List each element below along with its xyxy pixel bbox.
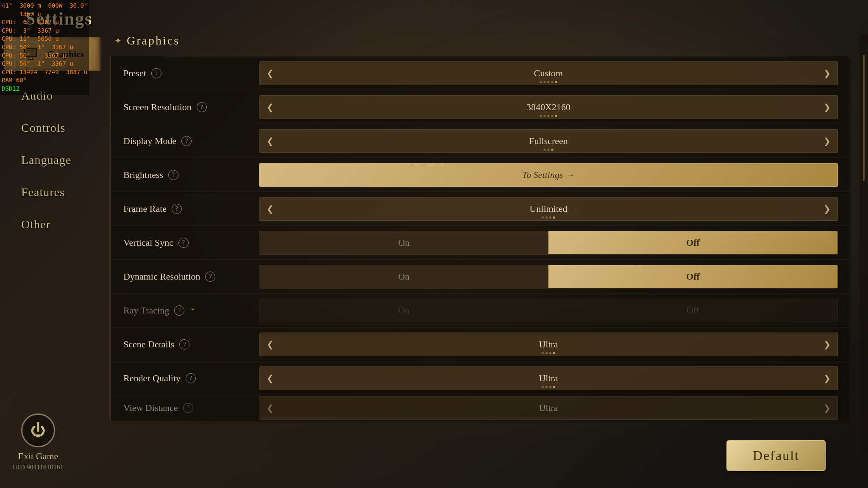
- dot-5: [555, 81, 557, 83]
- exit-label: Exit Game: [18, 451, 58, 462]
- framerate-left-arrow[interactable]: ❮: [259, 197, 281, 220]
- scrollbar-thumb[interactable]: [863, 55, 865, 181]
- preset-left-arrow[interactable]: ❮: [259, 62, 281, 85]
- setting-row-display-mode: Display Mode ? ❮ Fullscreen ❯: [111, 124, 851, 158]
- power-button[interactable]: ⏻: [21, 413, 55, 447]
- uid-label: UID 90411610161: [13, 463, 64, 471]
- brightness-help-icon[interactable]: ?: [168, 170, 178, 180]
- dot-sd3: [549, 352, 551, 354]
- preset-label: Preset ?: [123, 68, 259, 79]
- vsync-label: Vertical Sync ?: [123, 237, 259, 248]
- framerate-dots: [542, 216, 555, 219]
- render-quality-left-arrow[interactable]: ❮: [259, 367, 281, 390]
- sidebar-nav: Audio Controls Language Features Other: [0, 80, 102, 241]
- display-mode-left-arrow[interactable]: ❮: [259, 130, 281, 152]
- scene-details-help-icon[interactable]: ?: [179, 339, 189, 349]
- scrollbar[interactable]: [860, 34, 868, 454]
- dynamic-res-toggle: On Off: [259, 265, 838, 288]
- resolution-label: Screen Resolution ?: [123, 102, 259, 113]
- sidebar-item-language[interactable]: Language: [8, 144, 102, 176]
- dot-rq2: [545, 386, 548, 388]
- ray-tracing-help-icon[interactable]: ?: [174, 305, 184, 316]
- scene-details-label: Scene Details ?: [123, 339, 259, 350]
- dot-fr2: [545, 216, 548, 219]
- scene-details-selector: ❮ Ultra ❯: [259, 333, 838, 356]
- render-quality-label: Render Quality ?: [123, 373, 259, 384]
- section-header: ✦ Graphics: [110, 34, 851, 47]
- resolution-help-icon[interactable]: ?: [197, 102, 207, 112]
- setting-row-scene-details: Scene Details ? ❮ Ultra ❯: [111, 327, 851, 361]
- setting-row-dynamic-res: Dynamic Resolution ? On Off: [111, 260, 851, 294]
- framerate-right-arrow[interactable]: ❯: [816, 197, 837, 220]
- dot-fr4: [553, 216, 555, 219]
- scene-details-value: Ultra: [281, 339, 816, 350]
- ray-tracing-star: *: [191, 307, 195, 314]
- exit-section[interactable]: ⏻ Exit Game UID 90411610161: [13, 413, 64, 471]
- view-distance-right-arrow[interactable]: ❯: [816, 396, 837, 419]
- render-quality-help-icon[interactable]: ?: [186, 373, 196, 383]
- default-button[interactable]: Default: [726, 440, 826, 471]
- dot-r1: [540, 115, 542, 117]
- hud-line-cpu-7: CPU: 13424 7749 3887 u: [2, 68, 87, 77]
- view-distance-help-icon[interactable]: ?: [183, 403, 193, 413]
- dot-sd2: [545, 352, 548, 354]
- framerate-value: Unlimited: [281, 203, 816, 214]
- hud-line-cpu-6: CPU: 50° 1° 3367 u: [2, 60, 87, 68]
- framerate-help-icon[interactable]: ?: [172, 204, 182, 214]
- resolution-dots: [540, 115, 557, 117]
- ray-tracing-off-btn: Off: [548, 299, 837, 322]
- ray-tracing-label: Ray Tracing ? *: [123, 305, 259, 316]
- sidebar-item-features[interactable]: Features: [8, 176, 102, 208]
- ray-tracing-on-btn: On: [259, 299, 548, 322]
- preset-help-icon[interactable]: ?: [151, 68, 161, 78]
- dot-dm2: [548, 149, 550, 151]
- hud-line-cpu-5: CPU: 50° 3367 u: [2, 52, 87, 60]
- setting-row-vsync: Vertical Sync ? On Off: [111, 226, 851, 260]
- section-title: Graphics: [127, 34, 180, 47]
- main-content: ✦ Graphics Preset ? ❮ Custom ❯: [110, 34, 851, 471]
- dot-sd1: [542, 352, 544, 354]
- vsync-help-icon[interactable]: ?: [178, 238, 189, 248]
- render-quality-right-arrow[interactable]: ❯: [816, 367, 837, 390]
- dynamic-res-label: Dynamic Resolution ?: [123, 271, 259, 282]
- setting-row-render-quality: Render Quality ? ❮ Ultra ❯: [111, 361, 851, 395]
- setting-row-resolution: Screen Resolution ? ❮ 3840X2160 ❯: [111, 90, 851, 124]
- scene-details-dots: [542, 352, 555, 354]
- hud-overlay: 41° 3000 m 600W 30.0° 1367 u CPU: 6° 336…: [0, 0, 89, 95]
- resolution-right-arrow[interactable]: ❯: [816, 96, 837, 119]
- view-distance-left-arrow[interactable]: ❮: [259, 396, 281, 419]
- hud-line-cpu-2: CPU: 3° 3367 u: [2, 27, 87, 35]
- view-distance-selector: ❮ Ultra ❯: [259, 396, 838, 420]
- display-mode-help-icon[interactable]: ?: [181, 136, 192, 146]
- dot-2: [544, 81, 546, 83]
- dot-r4: [551, 115, 554, 117]
- preset-right-arrow[interactable]: ❯: [816, 62, 837, 85]
- vsync-on-btn[interactable]: On: [259, 231, 548, 254]
- setting-row-brightness: Brightness ? To Settings →: [111, 158, 851, 192]
- setting-row-framerate: Frame Rate ? ❮ Unlimited ❯: [111, 192, 851, 226]
- dot-r3: [548, 115, 550, 117]
- dynamic-res-on-btn[interactable]: On: [259, 265, 548, 288]
- display-mode-right-arrow[interactable]: ❯: [816, 130, 837, 152]
- scene-details-right-arrow[interactable]: ❯: [816, 333, 837, 356]
- sidebar-item-controls[interactable]: Controls: [8, 112, 102, 144]
- hud-line-cpu-1: CPU: 6° 3367 u: [2, 18, 87, 27]
- vsync-off-btn[interactable]: Off: [548, 231, 837, 254]
- vsync-toggle: On Off: [259, 231, 838, 255]
- resolution-left-arrow[interactable]: ❮: [259, 96, 281, 119]
- dot-1: [540, 81, 542, 83]
- dynamic-res-off-btn[interactable]: Off: [548, 265, 837, 288]
- dynamic-res-help-icon[interactable]: ?: [205, 272, 215, 282]
- brightness-label: Brightness ?: [123, 169, 259, 180]
- dot-rq3: [549, 386, 551, 388]
- display-mode-dots: [544, 149, 554, 151]
- setting-row-ray-tracing: Ray Tracing ? * On Off: [111, 294, 851, 327]
- display-mode-selector: ❮ Fullscreen ❯: [259, 129, 838, 153]
- dot-r5: [555, 115, 557, 117]
- dot-3: [548, 81, 550, 83]
- sidebar-item-other[interactable]: Other: [8, 208, 102, 241]
- display-mode-value: Fullscreen: [281, 136, 816, 147]
- render-quality-value: Ultra: [281, 373, 816, 384]
- scene-details-left-arrow[interactable]: ❮: [259, 333, 281, 356]
- brightness-button[interactable]: To Settings →: [259, 163, 838, 187]
